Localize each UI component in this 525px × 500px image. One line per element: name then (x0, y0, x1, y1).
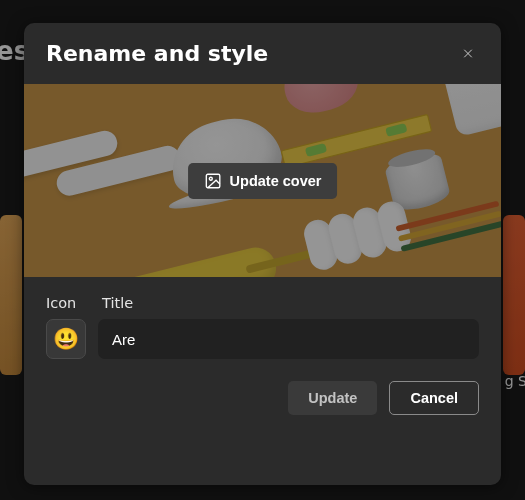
close-icon (463, 46, 473, 61)
icon-field-label: Icon (46, 295, 88, 311)
cover-image-area: Update cover (24, 84, 501, 277)
title-field-label: Title (102, 295, 133, 311)
dialog-footer: Update Cancel (24, 359, 501, 415)
svg-point-3 (209, 177, 212, 180)
update-cover-button[interactable]: Update cover (188, 163, 338, 199)
close-button[interactable] (457, 43, 479, 65)
form-area: Icon Title 😃 (24, 277, 501, 359)
icon-picker-button[interactable]: 😃 (46, 319, 86, 359)
image-icon (204, 172, 222, 190)
dialog-title: Rename and style (46, 41, 268, 66)
update-cover-label: Update cover (230, 173, 322, 189)
dialog-header: Rename and style (24, 23, 501, 84)
cancel-button[interactable]: Cancel (389, 381, 479, 415)
rename-style-dialog: Rename and style (24, 23, 501, 485)
update-button[interactable]: Update (288, 381, 377, 415)
title-input[interactable] (98, 319, 479, 359)
svg-rect-2 (206, 174, 220, 188)
